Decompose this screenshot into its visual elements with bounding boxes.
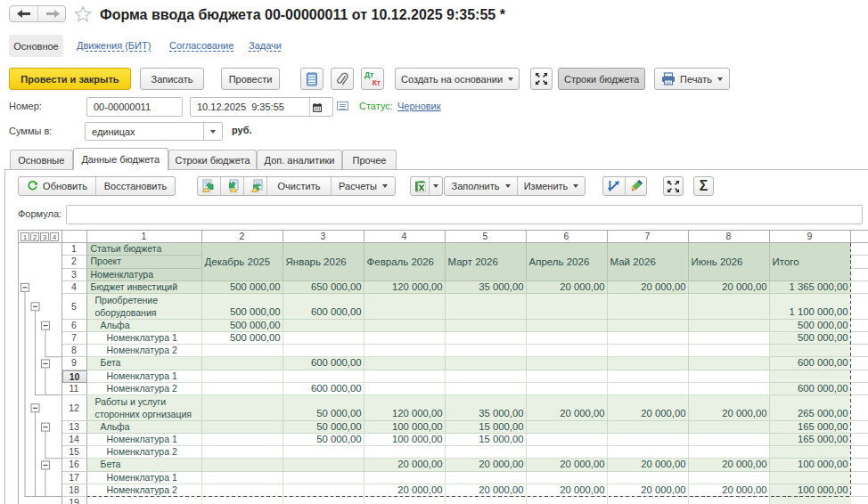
svg-text:4: 4 <box>53 233 56 241</box>
svg-text:1: 1 <box>23 233 27 241</box>
svg-text:3: 3 <box>43 233 46 241</box>
svg-text:2: 2 <box>33 233 37 241</box>
